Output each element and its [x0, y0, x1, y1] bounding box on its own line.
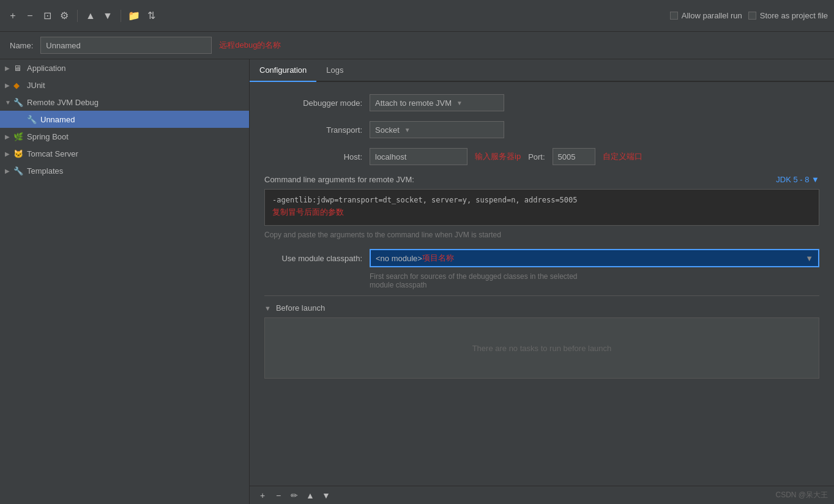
junit-icon: ◆ — [13, 81, 24, 90]
sidebar-label-remote-jvm: Remote JVM Debug — [27, 98, 99, 107]
bottom-down-button[interactable]: ▼ — [319, 489, 333, 502]
sidebar-label-unnamed: Unnamed — [40, 115, 75, 124]
module-arrow-icon: ▼ — [805, 254, 813, 263]
templates-icon: 🔧 — [13, 166, 24, 176]
copy-config-button[interactable]: ⊡ — [40, 9, 54, 23]
module-hint-line2: module classpath — [370, 281, 426, 289]
before-launch-body: There are no tasks to run before launch — [264, 317, 819, 379]
tomcat-icon: 🐱 — [13, 149, 24, 158]
host-input[interactable] — [370, 148, 467, 165]
sidebar-item-unnamed[interactable]: 🔧 Unnamed — [0, 111, 249, 128]
sidebar-item-templates[interactable]: ▶ 🔧 Templates — [0, 162, 249, 179]
store-project-label: Store as project file — [760, 11, 828, 20]
sidebar-label-tomcat: Tomcat Server — [27, 149, 78, 158]
module-select[interactable]: <no module> 项目名称 ▼ — [370, 249, 819, 267]
host-port-row: Host: 输入服务器ip Port: 自定义端口 — [264, 148, 819, 165]
sidebar-item-spring-boot[interactable]: ▶ 🌿 Spring Boot — [0, 128, 249, 145]
sidebar: ▶ 🖥 Application ▶ ◆ JUnit ▼ 🔧 Remote JVM… — [0, 59, 250, 504]
cmd-box: -agentlib:jdwp=transport=dt_socket, serv… — [264, 189, 819, 226]
cmd-annotation: 复制冒号后面的参数 — [272, 207, 811, 218]
debugger-mode-row: Debugger mode: Attach to remote JVM ▼ — [264, 94, 819, 111]
bottom-remove-button[interactable]: − — [272, 489, 285, 502]
folder-button[interactable]: 📁 — [127, 9, 141, 23]
move-up-button[interactable]: ▲ — [84, 9, 97, 23]
bottom-up-button[interactable]: ▲ — [303, 489, 317, 502]
module-hint: First search for sources of the debugged… — [264, 272, 819, 289]
allow-parallel-label: Allow parallel run — [682, 11, 742, 20]
sidebar-item-tomcat-server[interactable]: ▶ 🐱 Tomcat Server — [0, 145, 249, 162]
bottom-bar: + − ✏ ▲ ▼ CSDN @呆大王 — [250, 486, 834, 504]
cmd-hint: Copy and paste the arguments to the comm… — [264, 231, 819, 239]
debugger-mode-label: Debugger mode: — [264, 98, 362, 108]
remote-jvm-icon: 🔧 — [13, 98, 24, 107]
application-icon: 🖥 — [13, 64, 24, 73]
sidebar-label-spring-boot: Spring Boot — [27, 132, 69, 141]
arrow-tomcat: ▶ — [5, 150, 13, 157]
cmd-section: Command line arguments for remote JVM: J… — [264, 175, 819, 239]
tab-logs[interactable]: Logs — [316, 59, 353, 82]
before-launch-empty: There are no tasks to run before launch — [472, 344, 612, 353]
config-panel: Configuration Logs Debugger mode: Attach… — [250, 59, 834, 504]
sidebar-label-application: Application — [27, 64, 66, 73]
debugger-mode-select[interactable]: Attach to remote JVM ▼ — [370, 94, 504, 111]
before-launch-header: ▼ Before launch — [264, 303, 819, 313]
tab-configuration[interactable]: Configuration — [250, 59, 316, 82]
module-value: <no module> — [376, 254, 422, 263]
name-input[interactable] — [40, 37, 212, 54]
module-annotation: 项目名称 — [422, 253, 454, 264]
name-field-label: Name: — [10, 41, 33, 50]
arrow-junit: ▶ — [5, 82, 13, 89]
before-launch-arrow[interactable]: ▼ — [264, 305, 271, 312]
remove-config-button[interactable]: − — [23, 9, 37, 23]
watermark: CSDN @呆大王 — [775, 490, 828, 500]
toolbar-separator-1 — [77, 10, 78, 22]
transport-select[interactable]: Socket ▼ — [370, 121, 504, 138]
transport-value: Socket — [375, 125, 400, 135]
settings-button[interactable]: ⚙ — [58, 9, 71, 23]
sidebar-item-application[interactable]: ▶ 🖥 Application — [0, 59, 249, 76]
module-classpath-row: Use module classpath: <no module> 项目名称 ▼ — [264, 249, 819, 267]
transport-label: Transport: — [264, 125, 362, 135]
tabs: Configuration Logs — [250, 59, 834, 82]
host-label: Host: — [264, 152, 362, 161]
transport-arrow: ▼ — [404, 127, 411, 133]
store-project-container: Store as project file — [748, 11, 828, 20]
unnamed-icon: 🔧 — [27, 115, 38, 124]
bottom-edit-button[interactable]: ✏ — [288, 489, 301, 502]
before-launch-title: Before launch — [276, 303, 325, 313]
host-annotation: 输入服务器ip — [475, 151, 521, 162]
sidebar-item-remote-jvm-debug[interactable]: ▼ 🔧 Remote JVM Debug — [0, 94, 249, 111]
store-project-checkbox[interactable] — [748, 12, 756, 20]
toolbar-separator-2 — [121, 10, 121, 22]
port-annotation: 自定义端口 — [603, 151, 642, 162]
sidebar-label-junit: JUnit — [27, 81, 45, 90]
allow-parallel-container: Allow parallel run — [670, 11, 742, 20]
cmd-header: Command line arguments for remote JVM: J… — [264, 175, 819, 184]
arrow-remote-jvm: ▼ — [5, 99, 13, 106]
allow-parallel-checkbox[interactable] — [670, 12, 678, 20]
toolbar-right: Allow parallel run Store as project file — [670, 11, 828, 20]
main-layout: ▶ 🖥 Application ▶ ◆ JUnit ▼ 🔧 Remote JVM… — [0, 59, 834, 504]
arrow-application: ▶ — [5, 65, 13, 72]
toolbar: + − ⊡ ⚙ ▲ ▼ 📁 ⇅ Allow parallel run Store… — [0, 0, 834, 32]
sort-button[interactable]: ⇅ — [144, 9, 158, 23]
transport-row: Transport: Socket ▼ — [264, 121, 819, 138]
bottom-add-button[interactable]: + — [256, 489, 269, 502]
debugger-mode-arrow: ▼ — [456, 100, 463, 106]
sidebar-label-templates: Templates — [27, 166, 63, 176]
module-hint-line1: First search for sources of the debugged… — [370, 272, 578, 281]
module-classpath-label: Use module classpath: — [264, 254, 362, 263]
port-label: Port: — [528, 152, 545, 161]
config-content: Debugger mode: Attach to remote JVM ▼ Tr… — [250, 82, 834, 486]
arrow-templates: ▶ — [5, 168, 13, 174]
add-config-button[interactable]: + — [6, 9, 20, 23]
move-down-button[interactable]: ▼ — [101, 9, 114, 23]
cmd-title: Command line arguments for remote JVM: — [264, 175, 414, 184]
name-bar: Name: 远程debug的名称 — [0, 32, 834, 59]
jdk-selector[interactable]: JDK 5 - 8 ▼ — [776, 175, 819, 184]
before-launch-section: ▼ Before launch There are no tasks to ru… — [264, 295, 819, 379]
sidebar-item-junit[interactable]: ▶ ◆ JUnit — [0, 76, 249, 94]
debugger-mode-value: Attach to remote JVM — [375, 98, 452, 108]
cmd-value: -agentlib:jdwp=transport=dt_socket, serv… — [272, 196, 811, 204]
port-input[interactable] — [553, 148, 595, 165]
